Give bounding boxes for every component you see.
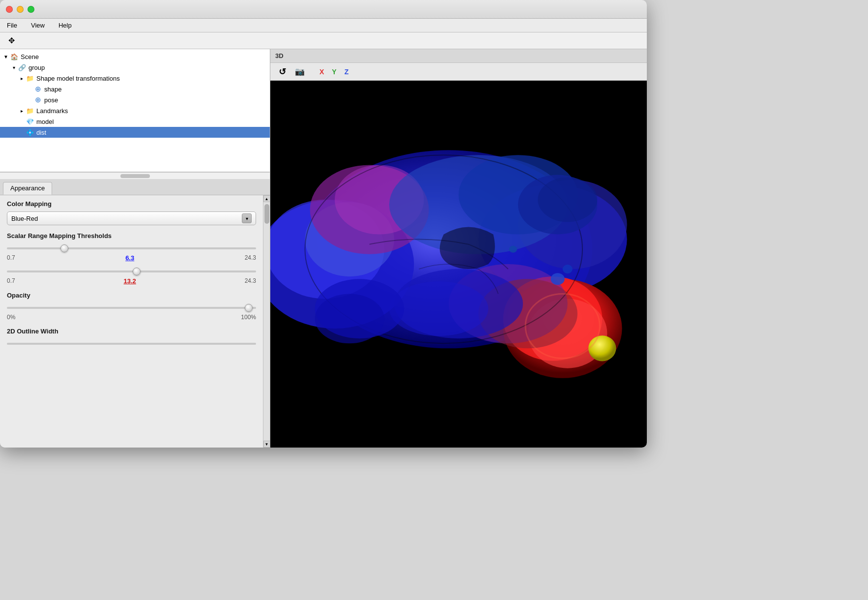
minimize-button[interactable] xyxy=(17,6,24,13)
tree-label-pose: pose xyxy=(44,96,58,104)
close-button[interactable] xyxy=(6,6,13,13)
scalar-slider2-min: 0.7 xyxy=(7,277,15,285)
menu-file[interactable]: File xyxy=(5,21,19,30)
axis-x-button[interactable]: X xyxy=(318,67,326,77)
title-bar xyxy=(0,0,647,19)
menu-view[interactable]: View xyxy=(29,21,47,30)
tree-label-group: group xyxy=(29,64,45,71)
opacity-title: Opacity xyxy=(7,292,256,299)
tree-arrow-dist xyxy=(18,128,26,136)
properties-scrollbar: ▲ ▼ xyxy=(263,195,270,448)
tree-arrow-pose xyxy=(26,96,33,104)
tree-item-dist[interactable]: 💠 dist xyxy=(0,127,270,138)
scroll-down-button[interactable]: ▼ xyxy=(263,441,270,448)
menu-bar: File View Help xyxy=(0,19,647,32)
svg-point-21 xyxy=(538,178,597,222)
tree-item-pose[interactable]: ⊕ pose xyxy=(0,94,270,105)
tree-item-model[interactable]: 💎 model xyxy=(0,116,270,127)
tree-item-scene[interactable]: ▼ 🏠 Scene xyxy=(0,51,270,62)
scalar-slider2-labels: 0.7 13.2 24.3 xyxy=(7,277,256,285)
viewport-panel: 3D ↺ 📷 X Y Z xyxy=(270,49,647,448)
viewport-canvas[interactable] xyxy=(270,81,647,448)
landmarks-icon: 📁 xyxy=(26,106,34,115)
toolbar: ✥ xyxy=(0,32,647,49)
scalar-slider1-min: 0.7 xyxy=(7,254,15,262)
reset-view-button[interactable]: ↺ xyxy=(275,65,289,79)
viewport-title: 3D xyxy=(270,49,647,63)
tab-appearance[interactable]: Appearance xyxy=(3,182,52,195)
shape-icon: ⊕ xyxy=(33,85,42,93)
svg-point-18 xyxy=(509,246,517,253)
main-content: ▼ 🏠 Scene ▾ 🔗 group ▸ 📁 Shape model tran… xyxy=(0,49,647,448)
axis-z-button[interactable]: Z xyxy=(343,67,351,77)
tree-label-dist: dist xyxy=(36,129,46,136)
scalar-slider2-max: 24.3 xyxy=(245,277,256,285)
tree-arrow-landmarks[interactable]: ▸ xyxy=(18,107,26,115)
tree-item-shape[interactable]: ⊕ shape xyxy=(0,84,270,94)
color-mapping-select[interactable]: Blue-Red ▾ xyxy=(7,211,256,225)
svg-point-15 xyxy=(588,335,616,361)
color-mapping-value: Blue-Red xyxy=(11,215,242,222)
outline-slider-track[interactable] xyxy=(7,339,256,349)
properties-content: Color Mapping Blue-Red ▾ Scalar Range Ma… xyxy=(0,195,263,359)
tree-arrow-scene[interactable]: ▼ xyxy=(2,53,10,60)
dropdown-arrow-icon: ▾ xyxy=(242,213,252,223)
tree-label-landmarks: Landmarks xyxy=(36,107,68,115)
scalar-slider1-bg xyxy=(7,247,256,249)
left-panel: ▼ 🏠 Scene ▾ 🔗 group ▸ 📁 Shape model tran… xyxy=(0,49,270,448)
tree-label-scene: Scene xyxy=(21,53,39,60)
menu-help[interactable]: Help xyxy=(57,21,74,30)
opacity-section: Opacity 0% 100% xyxy=(7,292,256,321)
move-icon: ✥ xyxy=(8,36,15,45)
svg-point-16 xyxy=(550,273,564,285)
group-icon: 🔗 xyxy=(18,63,27,72)
tree-arrow-smt[interactable]: ▸ xyxy=(18,74,26,82)
tree-item-landmarks[interactable]: ▸ 📁 Landmarks xyxy=(0,105,270,116)
tree-label-shape: shape xyxy=(44,86,61,93)
outline-title: 2D Outline Width xyxy=(7,328,256,335)
camera-icon: 📷 xyxy=(295,67,305,76)
scalar-slider1-value: 6.3 xyxy=(125,254,134,262)
viewport-title-label: 3D xyxy=(275,52,284,60)
scalar-slider2-bg xyxy=(7,270,256,272)
scene-tree: ▼ 🏠 Scene ▾ 🔗 group ▸ 📁 Shape model tran… xyxy=(0,49,270,172)
opacity-slider-track[interactable] xyxy=(7,303,256,313)
scalar-slider1-track[interactable] xyxy=(7,243,256,253)
scalar-slider2-track[interactable] xyxy=(7,267,256,276)
viewport-toolbar: ↺ 📷 X Y Z xyxy=(270,63,647,81)
scalar-slider2-thumb[interactable] xyxy=(133,268,141,275)
tree-arrow-model xyxy=(18,118,26,125)
opacity-min-label: 0% xyxy=(7,314,15,321)
tree-label-model: model xyxy=(36,118,54,125)
opacity-labels: 0% 100% xyxy=(7,314,256,321)
tree-item-group[interactable]: ▾ 🔗 group xyxy=(0,62,270,73)
opacity-max-label: 100% xyxy=(241,314,256,321)
scroll-thumb[interactable] xyxy=(264,204,269,224)
tree-arrow-shape xyxy=(26,85,33,93)
outline-slider-bg xyxy=(7,343,256,345)
color-mapping-select-row: Blue-Red ▾ xyxy=(7,211,256,225)
pose-icon: ⊕ xyxy=(33,95,42,104)
screenshot-button[interactable]: 📷 xyxy=(293,65,307,79)
tree-scrollbar[interactable] xyxy=(0,172,270,179)
maximize-button[interactable] xyxy=(28,6,34,13)
tree-item-smt[interactable]: ▸ 📁 Shape model transformations xyxy=(0,73,270,84)
scalar-slider1-thumb[interactable] xyxy=(60,244,68,252)
scroll-up-button[interactable]: ▲ xyxy=(263,195,270,202)
svg-point-17 xyxy=(563,265,573,273)
scalar-slider2-value: 13.2 xyxy=(124,277,136,285)
scalar-slider1-container: 0.7 6.3 24.3 xyxy=(7,243,256,262)
properties-wrapper: Color Mapping Blue-Red ▾ Scalar Range Ma… xyxy=(0,195,270,448)
tree-scroll-thumb xyxy=(120,174,150,178)
opacity-slider-bg xyxy=(7,307,256,309)
3d-shape-svg xyxy=(270,81,647,448)
traffic-lights xyxy=(6,6,34,13)
reset-icon: ↺ xyxy=(279,66,286,77)
move-tool-button[interactable]: ✥ xyxy=(5,34,18,47)
tree-arrow-group[interactable]: ▾ xyxy=(10,63,18,71)
opacity-slider-thumb[interactable] xyxy=(245,304,253,312)
outline-section: 2D Outline Width xyxy=(7,328,256,349)
dist-icon: 💠 xyxy=(26,128,34,137)
axis-y-button[interactable]: Y xyxy=(330,67,338,77)
tab-appearance-label: Appearance xyxy=(10,184,45,192)
